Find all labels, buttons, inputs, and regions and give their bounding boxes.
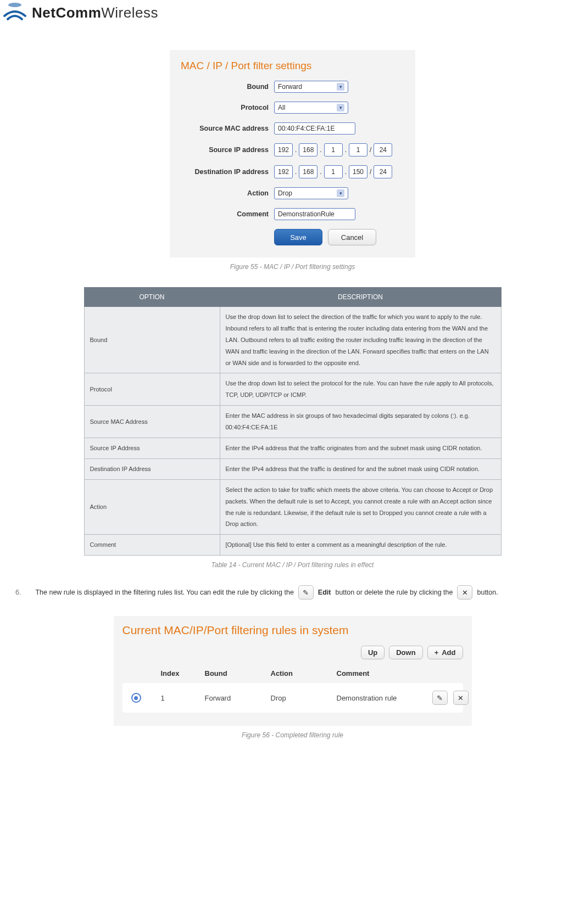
- cell-description: Enter the IPv4 address that the traffic …: [220, 458, 501, 479]
- table-row: 1 Forward Drop Demonstration rule ✎ ✕: [122, 683, 463, 713]
- cancel-button[interactable]: Cancel: [328, 229, 376, 245]
- col-comment: Comment: [337, 669, 408, 677]
- label-bound: Bound: [181, 83, 274, 91]
- src-ip-cidr[interactable]: 24: [374, 143, 392, 156]
- cell-description: [Optional] Use this field to enter a com…: [220, 535, 501, 556]
- brand-logo: NetCommWireless: [0, 3, 585, 28]
- cell-option: Bound: [84, 307, 220, 373]
- label-dest-ip: Destination IP address: [181, 168, 274, 176]
- rules-title: Current MAC/IP/Port filtering rules in s…: [122, 624, 463, 637]
- chevron-down-icon: ▾: [337, 189, 344, 197]
- save-button[interactable]: Save: [274, 229, 322, 245]
- dest-ip-octet[interactable]: 168: [299, 165, 317, 178]
- cell-description: Use the drop down list to select the dir…: [220, 307, 501, 373]
- dest-ip-octet[interactable]: 150: [349, 165, 367, 178]
- label-comment: Comment: [181, 210, 274, 218]
- brand-name: NetCommWireless: [32, 4, 158, 21]
- cell-option: Protocol: [84, 373, 220, 406]
- label-src-ip: Source IP address: [181, 146, 274, 154]
- comment-input[interactable]: DemonstrationRule: [274, 208, 355, 220]
- table-row: Source MAC AddressEnter the MAC address …: [84, 406, 501, 438]
- protocol-select[interactable]: All ▾: [274, 102, 348, 114]
- figure-caption-2: Figure 56 - Completed filtering rule: [0, 731, 585, 739]
- wifi-logo-icon: [0, 3, 30, 23]
- src-ip-octet[interactable]: 1: [349, 143, 367, 156]
- cell-option: Destination IP Address: [84, 458, 220, 479]
- options-table: OPTION DESCRIPTION BoundUse the drop dow…: [84, 287, 502, 556]
- dest-ip-cidr[interactable]: 24: [374, 165, 392, 178]
- table-row: ProtocolUse the drop down list to select…: [84, 373, 501, 406]
- add-button[interactable]: + Add: [427, 646, 463, 659]
- protocol-value: All: [278, 103, 285, 112]
- row-radio[interactable]: [131, 693, 141, 703]
- comment-value: DemonstrationRule: [278, 210, 335, 219]
- dest-ip-octet[interactable]: 1: [324, 165, 343, 178]
- label-src-mac: Source MAC address: [181, 125, 274, 132]
- cell-description: Enter the IPv4 address that the traffic …: [220, 438, 501, 459]
- action-select[interactable]: Drop ▾: [274, 187, 348, 199]
- cell-option: Comment: [84, 535, 220, 556]
- cell-bound: Forward: [205, 694, 271, 702]
- rules-panel: Current MAC/IP/Port filtering rules in s…: [114, 616, 472, 726]
- edit-icon[interactable]: ✎: [298, 585, 314, 600]
- down-button[interactable]: Down: [389, 646, 422, 659]
- panel-title: MAC / IP / Port filter settings: [181, 60, 404, 72]
- bound-select[interactable]: Forward ▾: [274, 81, 348, 93]
- up-button[interactable]: Up: [361, 646, 385, 659]
- table-row: BoundUse the drop down list to select th…: [84, 307, 501, 373]
- cell-option: Action: [84, 479, 220, 535]
- cell-description: Select the action to take for traffic wh…: [220, 479, 501, 535]
- src-mac-value: 00:40:F4:CE:FA:1E: [278, 124, 335, 133]
- cell-comment: Demonstration rule: [337, 694, 408, 702]
- plus-icon: +: [434, 648, 439, 657]
- table-row: ActionSelect the action to take for traf…: [84, 479, 501, 535]
- table-row: Source IP AddressEnter the IPv4 address …: [84, 438, 501, 459]
- cell-index: 1: [161, 694, 205, 702]
- figure-caption: Figure 55 - MAC / IP / Port filtering se…: [0, 263, 585, 271]
- dest-ip-octet[interactable]: 192: [274, 165, 293, 178]
- cell-description: Use the drop down list to select the pro…: [220, 373, 501, 406]
- step-number: 6.: [15, 589, 21, 596]
- action-value: Drop: [278, 189, 292, 198]
- cell-description: Enter the MAC address in six groups of t…: [220, 406, 501, 438]
- cell-option: Source MAC Address: [84, 406, 220, 438]
- delete-row-button[interactable]: ✕: [453, 691, 469, 705]
- src-mac-input[interactable]: 00:40:F4:CE:FA:1E: [274, 122, 355, 135]
- label-protocol: Protocol: [181, 104, 274, 111]
- th-option: OPTION: [84, 288, 220, 307]
- cell-option: Source IP Address: [84, 438, 220, 459]
- cell-action: Drop: [271, 694, 337, 702]
- table-row: Comment[Optional] Use this field to ente…: [84, 535, 501, 556]
- src-ip-octet[interactable]: 168: [299, 143, 317, 156]
- filter-settings-panel: MAC / IP / Port filter settings Bound Fo…: [170, 50, 415, 257]
- chevron-down-icon: ▾: [337, 104, 344, 111]
- delete-icon[interactable]: ✕: [457, 585, 472, 600]
- svg-point-0: [8, 3, 21, 7]
- table-row: Destination IP AddressEnter the IPv4 add…: [84, 458, 501, 479]
- step-text: 6. The new rule is displayed in the filt…: [15, 585, 585, 600]
- bound-value: Forward: [278, 82, 302, 91]
- label-action: Action: [181, 189, 274, 197]
- col-bound: Bound: [205, 669, 271, 677]
- src-ip-octet[interactable]: 192: [274, 143, 293, 156]
- table-caption: Table 14 - Current MAC / IP / Port filte…: [0, 561, 585, 569]
- th-description: DESCRIPTION: [220, 288, 501, 307]
- col-action: Action: [271, 669, 337, 677]
- col-index: Index: [161, 669, 205, 677]
- edit-row-button[interactable]: ✎: [432, 691, 448, 705]
- src-ip-octet[interactable]: 1: [324, 143, 343, 156]
- chevron-down-icon: ▾: [337, 83, 344, 91]
